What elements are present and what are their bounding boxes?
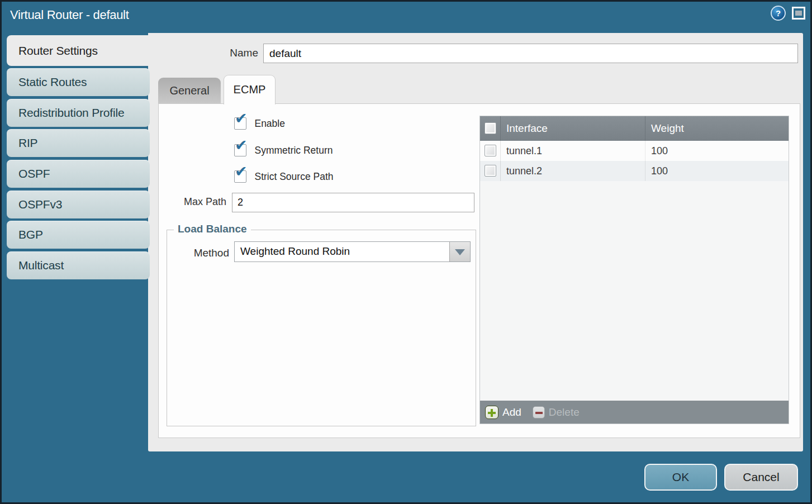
name-label: Name [224, 47, 258, 59]
table-footer: Add Delete [480, 401, 789, 424]
sidebar-item-multicast[interactable]: Multicast [7, 251, 150, 279]
method-value: Weighted Round Robin [240, 245, 350, 258]
window-restore-glyph [795, 11, 802, 16]
delete-button[interactable]: Delete [533, 406, 580, 419]
symmetric-return-checkbox[interactable]: ✔ [234, 144, 246, 156]
name-input[interactable] [263, 44, 798, 63]
sidebar-item-redistribution-profile[interactable]: Redistribution Profile [7, 99, 150, 127]
checkmark-icon: ✔ [235, 111, 248, 126]
ok-button[interactable]: OK [644, 464, 717, 491]
plus-icon [485, 406, 498, 419]
virtual-router-dialog: Virtual Router - default ? Router Settin… [0, 0, 812, 504]
strict-source-path-row: ✔ Strict Source Path [234, 170, 334, 184]
help-icon[interactable]: ? [771, 6, 786, 21]
sidebar-item-static-routes[interactable]: Static Routes [7, 68, 150, 96]
cell-interface[interactable]: tunnel.1 [501, 141, 645, 161]
table-row[interactable]: tunnel.1 100 [480, 141, 789, 161]
ecmp-tab-panel: ✔ Enable ✔ Symmetric Return ✔ Strict Sou… [158, 103, 800, 438]
table-row[interactable]: tunnel.2 100 [480, 161, 789, 181]
cell-weight[interactable]: 100 [645, 161, 789, 181]
strict-source-path-label: Strict Source Path [254, 170, 333, 183]
row-checkbox[interactable] [485, 145, 496, 156]
minus-icon [533, 406, 545, 419]
sidebar-item-ospf[interactable]: OSPF [7, 160, 150, 188]
row-checkbox-cell [480, 161, 501, 181]
header-checkbox-cell [480, 116, 501, 141]
tab-ecmp[interactable]: ECMP [224, 75, 276, 104]
cell-interface[interactable]: tunnel.2 [501, 161, 645, 181]
interface-table: Interface Weight tunnel.1 100 tunnel.2 1… [479, 116, 789, 424]
dropdown-arrow-button[interactable] [449, 242, 470, 261]
sidebar-item-router-settings[interactable]: Router Settings [7, 35, 151, 66]
delete-button-label: Delete [549, 406, 580, 419]
enable-checkbox[interactable]: ✔ [234, 117, 246, 130]
load-balance-legend: Load Balance [174, 223, 251, 235]
tab-general[interactable]: General [158, 78, 221, 104]
sidebar-item-rip[interactable]: RIP [7, 129, 150, 157]
symmetric-return-label: Symmetric Return [254, 144, 333, 156]
select-all-checkbox[interactable] [485, 122, 496, 134]
cancel-button[interactable]: Cancel [724, 464, 798, 491]
max-path-label: Max Path [170, 196, 226, 208]
enable-row: ✔ Enable [234, 117, 285, 131]
chevron-down-icon [455, 249, 465, 255]
column-header-interface[interactable]: Interface [501, 116, 645, 141]
method-dropdown[interactable]: Weighted Round Robin [234, 241, 471, 262]
add-button-label: Add [502, 406, 521, 419]
sidebar-item-bgp[interactable]: BGP [7, 221, 150, 249]
sidebar-item-ospfv3[interactable]: OSPFv3 [7, 191, 150, 218]
column-header-weight[interactable]: Weight [645, 116, 789, 141]
cell-weight[interactable]: 100 [645, 141, 789, 161]
checkmark-icon: ✔ [235, 138, 248, 153]
row-checkbox-cell [480, 141, 501, 161]
load-balance-group: Load Balance Method Weighted Round Robin [167, 230, 476, 426]
method-label: Method [178, 247, 229, 259]
max-path-input[interactable] [232, 193, 474, 212]
checkmark-icon: ✔ [235, 164, 248, 179]
strict-source-path-checkbox[interactable]: ✔ [234, 170, 246, 183]
enable-label: Enable [254, 117, 285, 130]
dialog-title: Virtual Router - default [10, 8, 129, 22]
window-restore-icon[interactable] [792, 7, 805, 20]
add-button[interactable]: Add [485, 406, 521, 419]
symmetric-return-row: ✔ Symmetric Return [234, 144, 333, 158]
row-checkbox[interactable] [485, 165, 496, 177]
table-header-row: Interface Weight [480, 116, 789, 141]
